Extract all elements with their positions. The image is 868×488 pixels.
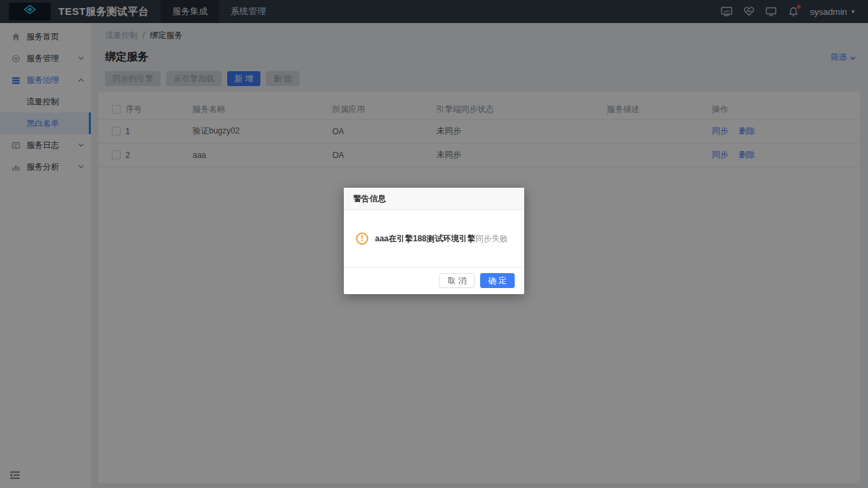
dialog-message-rest: 同步失败 (475, 234, 508, 243)
warning-icon: ! (356, 232, 368, 245)
dialog-body: ! aaa在引擎188测试环境引擎同步失败 (344, 210, 524, 267)
dialog-footer: 取 消 确 定 (344, 267, 524, 294)
dialog-header: 警告信息 (344, 188, 524, 210)
dialog-message: aaa在引擎188测试环境引擎同步失败 (375, 233, 508, 245)
dialog-title: 警告信息 (353, 193, 386, 205)
cancel-button[interactable]: 取 消 (439, 273, 474, 288)
confirm-button[interactable]: 确 定 (480, 273, 515, 288)
dialog-message-strong: aaa在引擎188测试环境引擎 (375, 234, 475, 243)
warning-dialog: 警告信息 ! aaa在引擎188测试环境引擎同步失败 取 消 确 定 (344, 188, 524, 294)
